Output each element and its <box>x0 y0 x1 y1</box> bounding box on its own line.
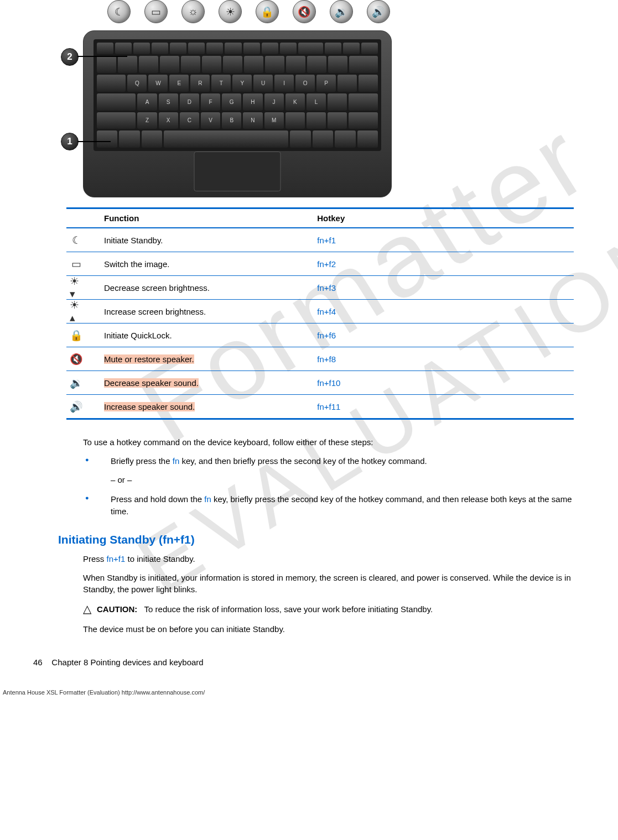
bullet-2: Press and hold down the fn key, briefly … <box>83 493 574 518</box>
table-row: ☀▴Increase screen brightness.fn+f4 <box>66 300 574 324</box>
page-footer: 46 Chapter 8 Pointing devices and keyboa… <box>33 658 585 667</box>
mute-icon: 🔇 <box>293 0 316 23</box>
hotkey-cell: fn+f6 <box>314 324 574 347</box>
lock-icon: 🔒 <box>256 0 279 23</box>
hotkey-cell: fn+f8 <box>314 347 574 371</box>
section-heading: Initiating Standby (fn+f1) <box>58 533 585 546</box>
th-hotkey: Hotkey <box>314 208 574 228</box>
hotkey-cell: fn+f3 <box>314 276 574 300</box>
p3: The device must be on before you can ini… <box>83 623 574 635</box>
antenna-footer: Antenna House XSL Formatter (Evaluation)… <box>3 689 585 696</box>
hotkey-table: Function Hotkey ☾Initiate Standby.fn+f1▭… <box>66 207 574 420</box>
bullet-1: Briefly press the fn key, and then brief… <box>83 455 574 486</box>
function-cell: Mute or restore speaker. <box>101 347 314 371</box>
caution-note: △ CAUTION: To reduce the risk of informa… <box>83 603 574 615</box>
moon-icon: ☾ <box>107 0 131 23</box>
p2: When Standby is initiated, your informat… <box>83 572 574 596</box>
hotkey-cell: fn+f2 <box>314 252 574 276</box>
table-row: ▭Switch the image.fn+f2 <box>66 252 574 276</box>
table-row: 🔊Increase speaker sound.fn+f11 <box>66 395 574 419</box>
volume-down-icon: 🔉 <box>70 377 83 389</box>
p1: Press fn+f1 to initiate Standby. <box>83 553 574 565</box>
function-cell: Increase speaker sound. <box>101 395 314 419</box>
callout-2: 2 <box>61 48 79 66</box>
brightness-down-icon: ☀▾ <box>70 281 83 294</box>
th-function: Function <box>101 208 314 228</box>
brightness-up-icon: ☀ <box>219 0 242 23</box>
volume-up-icon: 🔊 <box>70 400 83 413</box>
function-cell: Initiate QuickLock. <box>101 324 314 347</box>
display-icon: ▭ <box>70 258 83 270</box>
table-row: 🔒Initiate QuickLock.fn+f6 <box>66 324 574 347</box>
hotkey-cell: fn+f4 <box>314 300 574 324</box>
table-row: 🔇Mute or restore speaker.fn+f8 <box>66 347 574 371</box>
table-row: ☀▾Decrease screen brightness.fn+f3 <box>66 276 574 300</box>
function-cell: Decrease screen brightness. <box>101 276 314 300</box>
hotkey-cell: fn+f1 <box>314 228 574 252</box>
function-cell: Decrease speaker sound. <box>101 371 314 395</box>
brightness-down-icon: ☼ <box>181 0 205 23</box>
brightness-up-icon: ☀▴ <box>70 305 83 317</box>
hotkey-cell: fn+f11 <box>314 395 574 419</box>
lock-icon: 🔒 <box>70 329 83 341</box>
moon-icon: ☾ <box>70 234 83 246</box>
intro-text: To use a hotkey command on the device ke… <box>83 436 574 448</box>
volume-up-icon: 🔊 <box>367 0 390 23</box>
callout-1: 1 <box>61 133 79 150</box>
volume-down-icon: 🔉 <box>330 0 353 23</box>
function-cell: Initiate Standby. <box>101 228 314 252</box>
function-cell: Increase screen brightness. <box>101 300 314 324</box>
hotkey-cell: fn+f10 <box>314 371 574 395</box>
display-icon: ▭ <box>144 0 168 23</box>
keyboard-diagram: ☾ ▭ ☼ ☀ 🔒 🔇 🔉 🔊 QWERTYUIOP ASDFG <box>83 0 393 199</box>
table-row: 🔉Decrease speaker sound.fn+f10 <box>66 371 574 395</box>
caution-icon: △ <box>83 603 91 614</box>
function-cell: Switch the image. <box>101 252 314 276</box>
mute-icon: 🔇 <box>70 353 83 365</box>
table-row: ☾Initiate Standby.fn+f1 <box>66 228 574 252</box>
